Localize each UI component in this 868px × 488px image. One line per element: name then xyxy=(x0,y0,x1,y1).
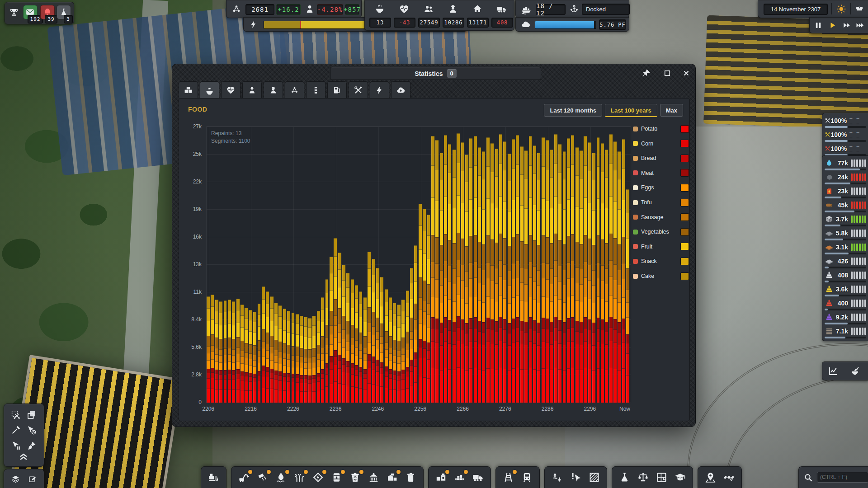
tab-pollution[interactable] xyxy=(306,81,326,99)
fastest-forward-button[interactable] xyxy=(855,21,865,29)
resource-slab[interactable]: 5.8k xyxy=(822,227,868,241)
window-title-bar[interactable]: Statistics 0 xyxy=(330,67,541,80)
resource-fuel[interactable]: 23k xyxy=(822,185,868,199)
play-button[interactable] xyxy=(829,21,837,29)
legend-item-fruit[interactable]: Fruit xyxy=(633,242,652,252)
resource-vehicle-parts-t4[interactable]: 9.2k xyxy=(822,311,868,325)
close-window-button[interactable] xyxy=(680,67,692,79)
stacked-bar xyxy=(457,127,460,403)
stacked-bar xyxy=(495,127,498,403)
pin-window-button[interactable] xyxy=(641,67,652,79)
water-management-button[interactable] xyxy=(275,471,287,483)
clear-tool-button[interactable] xyxy=(26,440,37,451)
oil-refining-button[interactable] xyxy=(330,471,343,483)
legend-item-eggs[interactable]: Eggs xyxy=(633,183,654,192)
radar-button[interactable] xyxy=(723,471,735,483)
cut-selection-button[interactable] xyxy=(10,409,21,420)
pause-pointer-button[interactable] xyxy=(10,440,21,451)
workers-icon[interactable] xyxy=(448,4,458,14)
food-icon[interactable] xyxy=(374,4,385,14)
housing-icon[interactable] xyxy=(472,4,483,14)
range-button-last-120-months[interactable]: Last 120 months xyxy=(544,104,602,117)
tab-fuel[interactable] xyxy=(327,81,347,99)
resource-coal[interactable]: 24k xyxy=(822,171,868,185)
resource-iron-plate[interactable]: 426 xyxy=(822,255,868,269)
storage-button[interactable] xyxy=(386,471,398,483)
farming-button[interactable] xyxy=(293,471,306,483)
search-input[interactable] xyxy=(817,472,868,483)
resource-maintenance-t3[interactable]: 100%‒ ‒ ‒ ‒ xyxy=(822,143,868,156)
legend-item-cake[interactable]: Cake xyxy=(633,271,654,281)
legend-item-bread[interactable]: Bread xyxy=(633,153,656,163)
tab-health[interactable] xyxy=(221,81,241,99)
pause-button[interactable] xyxy=(814,21,822,29)
resource-maintenance-t2[interactable]: 100%‒ ‒ ‒ ‒ xyxy=(822,129,868,142)
blueprint-editor-button[interactable] xyxy=(28,474,37,484)
recycle-pointer-button[interactable] xyxy=(26,425,37,436)
power-button[interactable] xyxy=(312,471,324,483)
conveyors-button[interactable] xyxy=(453,471,466,483)
tab-population[interactable] xyxy=(242,81,262,99)
population-icon[interactable] xyxy=(423,4,434,14)
resource-wood[interactable]: 45k xyxy=(822,199,868,213)
legend-item-corn[interactable]: Corn xyxy=(633,139,653,149)
tab-unity[interactable] xyxy=(285,81,304,99)
edicts-button[interactable] xyxy=(674,471,686,483)
range-button-max[interactable]: Max xyxy=(660,104,683,117)
pick-tool-button[interactable] xyxy=(10,425,21,436)
priority-pointer-button[interactable] xyxy=(570,471,582,483)
dumping-button[interactable] xyxy=(256,471,269,483)
legend-item-vegetables[interactable]: Vegetables xyxy=(633,227,669,237)
resource-concrete[interactable]: 3.7k xyxy=(822,213,868,227)
tab-products[interactable] xyxy=(179,81,198,99)
ship-status[interactable]: Docked xyxy=(582,4,630,15)
resource-vehicle-parts-t2[interactable]: 3.6k xyxy=(822,283,868,297)
collapse-panel-button[interactable] xyxy=(18,451,29,462)
fast-forward-button[interactable] xyxy=(842,21,851,29)
resource-vehicle-parts-t3[interactable]: 400 xyxy=(822,297,868,311)
waste-recycling-button[interactable] xyxy=(349,471,361,483)
research-button[interactable] xyxy=(618,471,631,483)
blueprints-button[interactable] xyxy=(656,471,668,483)
tab-workers[interactable] xyxy=(264,81,283,99)
tab-electricity[interactable] xyxy=(370,81,389,99)
legend-item-potato[interactable]: Potato xyxy=(633,124,657,134)
logistics-icon[interactable] xyxy=(496,4,507,14)
copy-tool-button[interactable] xyxy=(26,409,37,420)
surfaces-button[interactable] xyxy=(588,471,600,483)
world-map-button[interactable] xyxy=(704,471,717,483)
tab-maintenance[interactable] xyxy=(349,81,368,99)
legend-item-meat[interactable]: Meat xyxy=(633,168,654,178)
tab-computing[interactable] xyxy=(391,81,410,99)
machines-button[interactable] xyxy=(435,471,447,483)
maximize-window-button[interactable] xyxy=(661,67,673,79)
stacked-bar xyxy=(351,127,354,403)
legend-item-snack[interactable]: Snack xyxy=(633,256,657,266)
trade-button[interactable] xyxy=(637,471,649,483)
mining-button[interactable] xyxy=(238,471,250,483)
layers-tool-button[interactable] xyxy=(11,474,20,484)
vehicle-parts-t1-icon xyxy=(825,271,834,280)
waste-dump-button[interactable] xyxy=(405,471,417,483)
stacked-bar xyxy=(410,127,413,403)
resource-laminate-stack[interactable]: 7.1k xyxy=(822,325,868,339)
trains-button[interactable] xyxy=(521,471,533,483)
bulldozer-button[interactable] xyxy=(208,471,220,483)
resource-copper-plate[interactable]: 3.1k xyxy=(822,241,868,255)
terrain-leveling-button[interactable] xyxy=(551,471,563,483)
captain-hat-icon[interactable] xyxy=(854,4,865,14)
resource-water[interactable]: 77k xyxy=(822,157,868,171)
achievements-trophy-icon[interactable] xyxy=(9,8,19,19)
stacked-bar xyxy=(592,127,595,403)
resource-vehicle-parts-t1[interactable]: 408 xyxy=(822,269,868,283)
resource-maintenance-t1[interactable]: 100%‒ ‒ ‒ ‒ xyxy=(822,115,868,128)
legend-item-tofu[interactable]: Tofu xyxy=(633,197,652,207)
range-button-last-100-years[interactable]: Last 100 years xyxy=(605,104,657,117)
open-statistics-button[interactable] xyxy=(828,366,839,376)
food-overview-button[interactable] xyxy=(849,366,860,376)
vehicles-button[interactable] xyxy=(472,471,484,483)
rails-button[interactable] xyxy=(502,471,514,483)
health-icon[interactable] xyxy=(399,4,410,14)
settlement-button[interactable] xyxy=(368,471,380,483)
legend-item-sausage[interactable]: Sausage xyxy=(633,212,663,222)
